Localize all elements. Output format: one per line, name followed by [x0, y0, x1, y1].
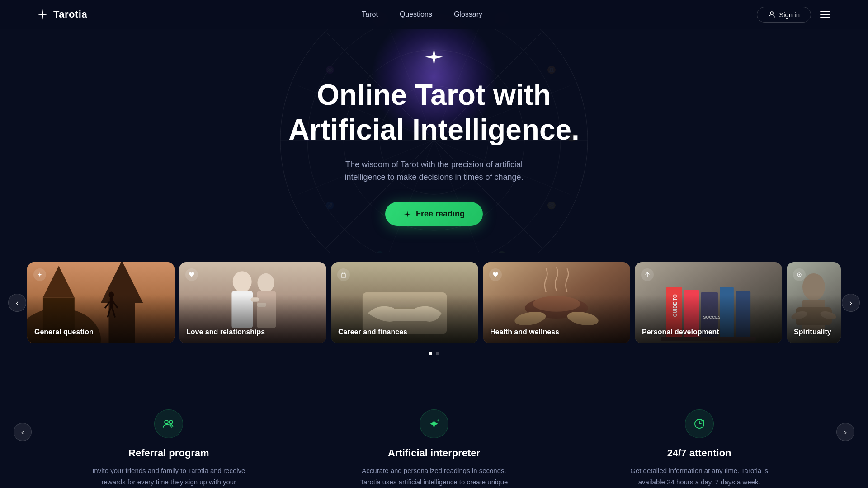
- user-icon: [768, 11, 775, 18]
- svg-point-68: [799, 274, 800, 276]
- feature-referral-title: Referral program: [128, 447, 209, 459]
- logo-icon: [36, 8, 49, 21]
- svg-text:♊: ♊: [547, 66, 556, 74]
- card-general-icon: [33, 268, 46, 281]
- feature-support: 24 24/7 attention Get detailed informati…: [566, 400, 832, 488]
- card-spirituality[interactable]: Spirituality: [787, 262, 841, 343]
- cards-carousel: ‹: [0, 262, 868, 343]
- btn-star-icon: [403, 210, 411, 218]
- card-general[interactable]: General question: [27, 262, 175, 343]
- hero-subtitle: The wisdom of Tarot with the precision o…: [326, 158, 542, 184]
- logo[interactable]: Tarotia: [36, 8, 87, 21]
- card-spirituality-icon: [793, 268, 806, 281]
- card-spirituality-label: Spirituality: [794, 328, 831, 336]
- svg-text:♐: ♐: [326, 201, 335, 210]
- card-love-label: Love and relationships: [186, 328, 265, 336]
- logo-text: Tarotia: [53, 9, 87, 20]
- hero-star-icon: [422, 45, 446, 70]
- nav-link-questions[interactable]: Questions: [400, 10, 432, 19]
- cards-section: ‹: [0, 253, 868, 373]
- svg-point-70: [169, 420, 173, 424]
- card-health[interactable]: Health and wellness: [483, 262, 630, 343]
- svg-text:♌: ♌: [547, 201, 556, 210]
- feature-ai-desc: Accurate and personalized readings in se…: [357, 465, 511, 488]
- free-reading-label: Free reading: [416, 209, 465, 219]
- cards-row: General question: [27, 262, 841, 343]
- card-personal[interactable]: GUIDE TO SUCCESS Personal development: [635, 262, 782, 343]
- feature-referral-desc: Invite your friends and family to Taroti…: [92, 465, 245, 488]
- card-general-label: General question: [34, 328, 94, 336]
- svg-text:♒: ♒: [326, 66, 335, 74]
- nav-link-glossary[interactable]: Glossary: [454, 10, 482, 19]
- card-love[interactable]: Love and relationships: [179, 262, 326, 343]
- sign-in-button[interactable]: Sign in: [757, 7, 811, 23]
- svg-rect-46: [341, 274, 346, 277]
- feature-ai-title: Artificial interpreter: [388, 447, 480, 459]
- cards-dots: [0, 352, 868, 355]
- navbar: Tarotia Tarot Questions Glossary Sign in: [0, 0, 868, 29]
- svg-point-69: [165, 420, 168, 424]
- card-personal-label: Personal development: [642, 328, 719, 336]
- svg-point-0: [770, 12, 773, 14]
- feature-support-icon: 24: [685, 409, 714, 438]
- features-section: ‹ Referral program Invite your friends a…: [0, 373, 868, 488]
- svg-text:24: 24: [701, 420, 704, 422]
- menu-button[interactable]: [818, 9, 832, 19]
- feature-ai: Artificial interpreter Accurate and pers…: [302, 400, 567, 488]
- menu-line-1: [820, 11, 830, 12]
- menu-line-2: [820, 14, 830, 15]
- cards-prev-button[interactable]: ‹: [8, 294, 26, 312]
- card-health-icon: [489, 268, 502, 281]
- feature-support-desc: Get detailed information at any time. Ta…: [623, 465, 776, 488]
- sign-in-label: Sign in: [779, 11, 800, 19]
- nav-links: Tarot Questions Glossary: [362, 10, 482, 19]
- feature-support-title: 24/7 attention: [667, 447, 731, 459]
- card-career-label: Career and finances: [338, 328, 407, 336]
- nav-actions: Sign in: [757, 7, 832, 23]
- hero-section: ♈ ♉ ♊ ♋ ♌ ♍ ♎ ♏ ♐ ♑ ♒ ♓ Online Tarot wit…: [0, 0, 868, 253]
- cards-next-button[interactable]: ›: [842, 294, 860, 312]
- card-health-label: Health and wellness: [490, 328, 559, 336]
- free-reading-button[interactable]: Free reading: [385, 202, 483, 226]
- card-career[interactable]: Career and finances: [331, 262, 478, 343]
- feature-ai-icon: [420, 409, 448, 438]
- hero-title: Online Tarot with Artificial Intelligenc…: [288, 78, 580, 147]
- features-carousel: ‹ Referral program Invite your friends a…: [36, 400, 832, 488]
- feature-referral: Referral program Invite your friends and…: [36, 400, 302, 488]
- card-love-icon: [185, 268, 198, 281]
- card-personal-icon: [641, 268, 654, 281]
- feature-referral-icon: [154, 409, 183, 438]
- cards-dot-2[interactable]: [436, 352, 439, 355]
- features-prev-button[interactable]: ‹: [14, 423, 32, 441]
- menu-line-3: [820, 17, 830, 18]
- features-row: Referral program Invite your friends and…: [36, 400, 832, 488]
- features-next-button[interactable]: ›: [836, 423, 854, 441]
- nav-link-tarot[interactable]: Tarot: [362, 10, 378, 19]
- cards-dot-1[interactable]: [429, 352, 432, 355]
- card-career-icon: [337, 268, 350, 281]
